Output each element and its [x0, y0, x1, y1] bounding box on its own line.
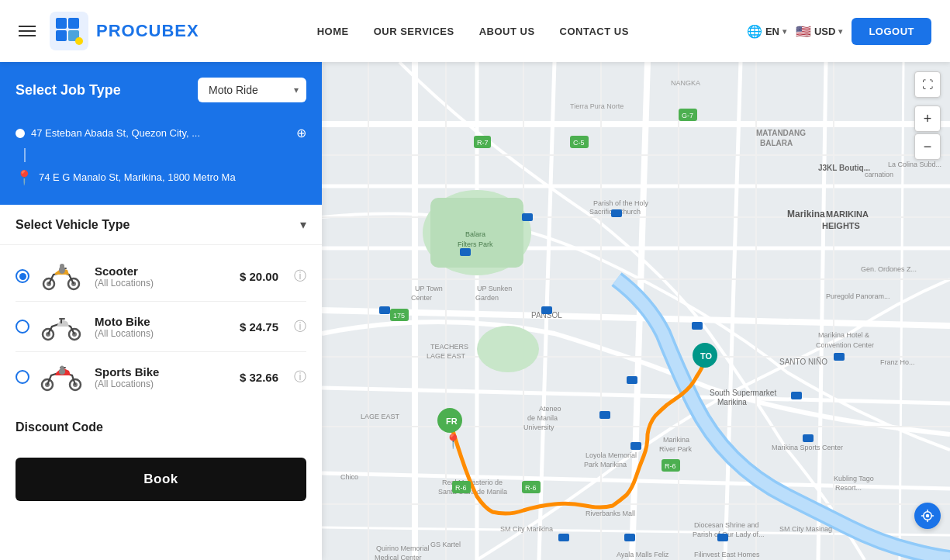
svg-text:La Colina Subd...: La Colina Subd... [888, 161, 941, 168]
header-right: 🌐 EN ▾ 🇺🇸 USD ▾ LOGOUT [747, 18, 931, 45]
sidebar: Select Job Type Moto Ride Delivery Cargo… [0, 62, 322, 560]
svg-text:River Park: River Park [659, 445, 693, 453]
vehicle-item-moto[interactable]: Moto Bike (All Locations) $ 24.75 ⓘ [0, 302, 322, 351]
scooter-price: $ 20.00 [240, 270, 278, 283]
svg-text:R-6: R-6 [665, 462, 676, 470]
svg-text:Diocesan Shrine and: Diocesan Shrine and [694, 521, 759, 529]
sports-radio[interactable] [16, 370, 29, 384]
svg-rect-134 [630, 442, 641, 450]
gps-icon[interactable]: ⊕ [296, 126, 306, 140]
vehicle-list: Scooter (All Locations) $ 20.00 ⓘ [0, 245, 322, 408]
svg-text:NANGKA: NANGKA [671, 79, 700, 87]
scooter-info: Scooter (All Locations) [95, 264, 230, 289]
vehicle-section: Select Vehicle Type ▾ [0, 205, 322, 408]
svg-rect-135 [558, 534, 569, 541]
svg-text:Marikina Hotel &: Marikina Hotel & [818, 331, 869, 339]
map-background: Balara Filters Park Tierra Pura Norte NA… [322, 62, 950, 560]
sports-image [39, 360, 85, 394]
svg-text:Quirino Memorial: Quirino Memorial [376, 544, 430, 552]
vehicle-section-header[interactable]: Select Vehicle Type ▾ [0, 205, 322, 245]
nav-about[interactable]: ABOUT US [479, 26, 535, 37]
map-container[interactable]: Balara Filters Park Tierra Pura Norte NA… [322, 62, 950, 560]
svg-text:Marikina: Marikina [663, 436, 689, 444]
pin-icon: 📍 [16, 169, 33, 186]
scooter-radio[interactable] [16, 269, 29, 283]
moto-image [39, 309, 85, 344]
currency-chevron-icon: ▾ [838, 27, 842, 36]
to-location-row: 📍 [16, 162, 306, 192]
vehicle-item-scooter[interactable]: Scooter (All Locations) $ 20.00 ⓘ [0, 251, 322, 301]
book-button[interactable]: Book [16, 458, 306, 501]
fullscreen-button[interactable]: ⛶ [914, 71, 941, 98]
nav-home[interactable]: HOME [317, 26, 349, 37]
hamburger-button[interactable] [19, 26, 36, 36]
svg-point-141 [926, 514, 930, 518]
language-code: EN [765, 26, 779, 37]
svg-text:SANTO NIÑO: SANTO NIÑO [779, 357, 827, 366]
svg-rect-136 [624, 534, 635, 541]
currency-flag-icon: 🇺🇸 [796, 24, 811, 39]
book-section: Book [0, 451, 322, 513]
scooter-image [39, 259, 85, 293]
svg-rect-133 [599, 411, 610, 419]
svg-text:Chico: Chico [340, 473, 358, 481]
vehicle-item-sports[interactable]: Sports Bike (All Locations) $ 32.66 ⓘ [0, 352, 322, 402]
svg-rect-2 [68, 18, 79, 29]
svg-rect-140 [803, 434, 814, 442]
discount-title: Discount Code [16, 420, 306, 434]
svg-text:J3KL Boutiq...: J3KL Boutiq... [818, 164, 870, 172]
currency-selector[interactable]: 🇺🇸 USD ▾ [796, 24, 842, 39]
nav-services[interactable]: OUR SERVICES [374, 26, 454, 37]
svg-text:UP Sunken: UP Sunken [477, 285, 512, 292]
zoom-out-button[interactable]: − [914, 133, 941, 160]
globe-icon: 🌐 [747, 24, 762, 39]
svg-text:Parish of Our Lady of...: Parish of Our Lady of... [693, 531, 765, 538]
svg-rect-132 [627, 376, 637, 384]
moto-radio[interactable] [16, 320, 29, 334]
svg-rect-137 [717, 534, 728, 541]
svg-text:C-5: C-5 [573, 139, 585, 147]
svg-text:Filinvest East Homes: Filinvest East Homes [694, 551, 760, 558]
scooter-name: Scooter [95, 264, 230, 278]
svg-text:Tierra Pura Norte: Tierra Pura Norte [570, 102, 624, 110]
svg-text:Garden: Garden [475, 294, 499, 302]
svg-point-55 [477, 326, 539, 372]
svg-rect-128 [460, 248, 471, 256]
from-location-input[interactable] [31, 121, 290, 145]
logout-button[interactable]: LOGOUT [852, 18, 931, 45]
svg-text:Filters Park: Filters Park [458, 240, 493, 248]
svg-text:R-6: R-6 [525, 484, 537, 492]
svg-text:Medical Center: Medical Center [375, 554, 422, 560]
svg-rect-127 [541, 306, 552, 314]
scooter-locations: (All Locations) [95, 278, 230, 289]
job-type-header: Select Job Type Moto Ride Delivery Cargo [0, 62, 322, 118]
discount-section: Discount Code [0, 408, 322, 451]
moto-info-icon[interactable]: ⓘ [294, 319, 306, 335]
language-selector[interactable]: 🌐 EN ▾ [747, 24, 786, 39]
currency-code: USD [814, 26, 835, 37]
job-type-select[interactable]: Moto Ride Delivery Cargo [198, 78, 306, 102]
svg-text:HEIGHTS: HEIGHTS [822, 221, 860, 230]
header-left: PROCUBEX [19, 12, 199, 50]
svg-text:Ayala Malls Feliz: Ayala Malls Feliz [617, 551, 669, 558]
svg-text:Center: Center [411, 294, 432, 302]
nav-contact[interactable]: CONTACT US [560, 26, 629, 37]
svg-text:carnation: carnation [865, 171, 893, 178]
header: PROCUBEX HOME OUR SERVICES ABOUT US CONT… [0, 0, 950, 62]
map-area: Balara Filters Park Tierra Pura Norte NA… [322, 62, 950, 560]
locate-me-button[interactable] [914, 503, 941, 529]
svg-rect-138 [791, 392, 802, 399]
logo-text-plain: PRO [96, 21, 136, 40]
svg-rect-3 [56, 30, 67, 41]
sports-info-icon[interactable]: ⓘ [294, 369, 306, 385]
svg-text:R-6: R-6 [455, 484, 467, 492]
zoom-in-button[interactable]: + [914, 105, 941, 132]
main-content: Select Job Type Moto Ride Delivery Cargo… [0, 62, 950, 560]
svg-rect-129 [522, 213, 533, 221]
scooter-info-icon[interactable]: ⓘ [294, 268, 306, 285]
sports-name: Sports Bike [95, 365, 230, 379]
svg-text:R-7: R-7 [477, 139, 489, 147]
svg-text:G-7: G-7 [682, 112, 693, 119]
to-location-input[interactable] [39, 165, 306, 189]
moto-name: Moto Bike [95, 315, 230, 328]
